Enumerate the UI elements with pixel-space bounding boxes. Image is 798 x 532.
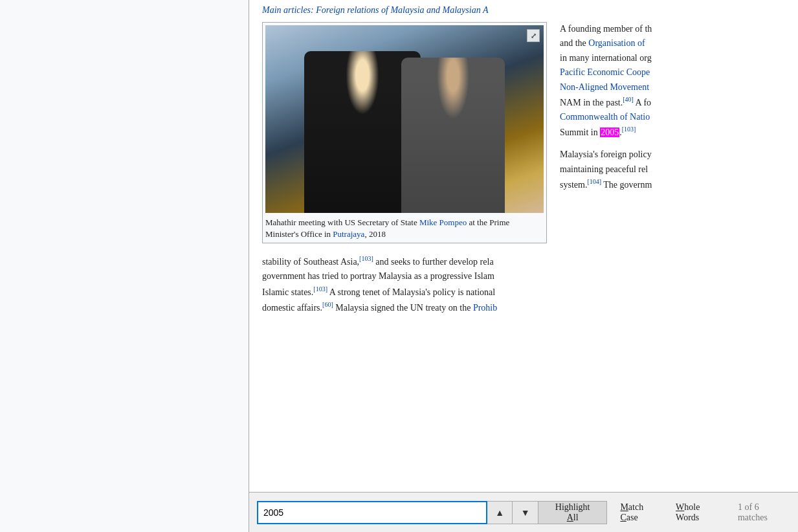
highlight-all-button[interactable]: Highlight All — [538, 501, 607, 524]
text-seeks: and seeks to further develop rela — [373, 257, 494, 267]
text-governm: The governm — [601, 180, 652, 190]
text-domestic: domestic affairs. — [262, 303, 322, 313]
find-prev-button[interactable]: ▲ — [487, 501, 513, 524]
paragraph-2: Malaysia's foreign policy maintaining pe… — [560, 148, 785, 192]
text-system: system. — [560, 180, 587, 190]
caption-end: , 2018 — [364, 229, 386, 239]
sidebar — [0, 0, 249, 532]
article-section: ⤢ Mahathir meeting with US Secretary of … — [262, 22, 785, 243]
right-text-content: A founding member of th and the Organisa… — [560, 22, 785, 243]
paragraph-stability: stability of Southeast Asia,[103] and se… — [262, 254, 785, 269]
link-nam[interactable]: Non-Aligned Movement — [560, 82, 649, 92]
paragraph-progressive: government has tried to portray Malaysia… — [262, 269, 785, 283]
match-count: 1 of 6 matches — [738, 502, 790, 523]
link-pacific[interactable]: Pacific Economic Coope — [560, 67, 650, 77]
paragraph-domestic: domestic affairs.[60] Malaysia signed th… — [262, 300, 785, 315]
match-case-label: atch — [628, 502, 643, 512]
text-international: in many international org — [560, 53, 652, 63]
caption-link-pompeo[interactable]: Mike Pompeo — [419, 217, 467, 227]
text-and: and the — [560, 38, 588, 48]
image-caption: Mahathir meeting with US Secretary of St… — [265, 217, 544, 240]
text-maintaining: maintaining peaceful rel — [560, 164, 648, 174]
link-prohib[interactable]: Prohib — [473, 303, 497, 313]
match-case-option[interactable]: Match Case — [620, 502, 663, 523]
article-image[interactable]: ⤢ — [265, 25, 544, 213]
match-case-underline: M — [620, 502, 628, 512]
expand-icon[interactable]: ⤢ — [527, 29, 540, 42]
text-stability: stability of Southeast Asia, — [262, 257, 359, 267]
full-width-section: stability of Southeast Asia,[103] and se… — [262, 254, 785, 315]
page-container: Main articles: Foreign relations of Mala… — [0, 0, 798, 532]
ref-103a: [103] — [622, 126, 636, 133]
highlight-all-underline-char: A — [567, 513, 573, 522]
ref-104: [104] — [587, 178, 601, 185]
highlight-all-label: Highlight All — [555, 502, 590, 522]
ref-103b: [103] — [359, 255, 373, 262]
paragraph-islamic: Islamic states.[103] A strong tenet of M… — [262, 284, 785, 300]
text-founding: A founding member of th — [560, 24, 652, 34]
top-link: Main articles: Foreign relations of Mala… — [262, 5, 785, 16]
text-summit-in: Summit in — [560, 127, 600, 137]
text-islamic: Islamic states. — [262, 287, 313, 296]
match-case-ase: ase — [626, 513, 638, 522]
text-nam-past: NAM in the past. — [560, 98, 623, 107]
text-government: government has tried to portray Malaysia… — [262, 271, 494, 281]
text-foreign-policy: Malaysia's foreign policy — [560, 150, 652, 159]
link-commonwealth[interactable]: Commonwealth of Natio — [560, 112, 650, 122]
ref-103c: [103] — [313, 285, 327, 293]
paragraph-1: A founding member of th and the Organisa… — [560, 22, 785, 140]
whole-words-option[interactable]: Whole Words — [676, 502, 725, 523]
ref-40: [40] — [623, 96, 634, 103]
ref-60: [60] — [322, 301, 333, 308]
find-toolbar: ▲ ▼ Highlight All Match Case Whole Words… — [249, 492, 798, 532]
text-afo: A fo — [634, 98, 651, 107]
text-tenet: A strong tenet of Malaysia's policy is n… — [327, 287, 495, 296]
find-next-button[interactable]: ▼ — [513, 501, 538, 524]
text-signed: Malaysia signed the UN treaty on the — [333, 303, 473, 313]
content-area: Main articles: Foreign relations of Mala… — [249, 0, 798, 532]
caption-plain: Mahathir meeting with US Secretary of St… — [265, 217, 419, 227]
highlight-2005: 2005 — [600, 127, 619, 137]
top-link-anchor[interactable]: Main articles: Foreign relations of Mala… — [262, 5, 488, 15]
match-case-c-underline: C — [620, 513, 626, 522]
find-input[interactable] — [257, 501, 487, 524]
link-organisation[interactable]: Organisation of — [588, 38, 645, 48]
image-box: ⤢ Mahathir meeting with US Secretary of … — [262, 22, 547, 243]
caption-link-putrajaya[interactable]: Putrajaya — [333, 229, 364, 239]
whole-words-underline: W — [676, 502, 684, 512]
